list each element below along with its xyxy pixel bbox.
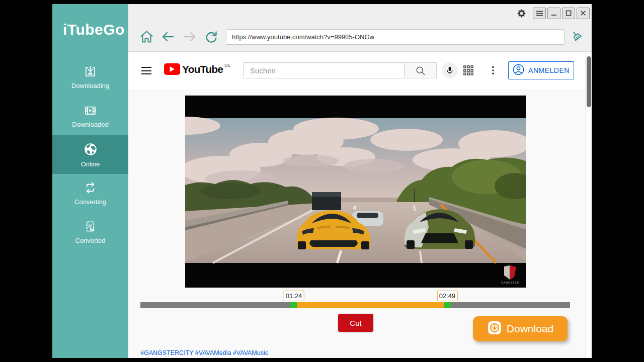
sidebar-item-online[interactable]: Online: [52, 135, 128, 174]
scrollbar-track[interactable]: [585, 52, 592, 358]
forward-icon[interactable]: [183, 30, 197, 44]
app-logo: iTubeGo: [63, 21, 125, 38]
signin-button[interactable]: ANMELDEN: [508, 61, 574, 79]
sidebar-item-converted[interactable]: Converted: [52, 213, 128, 251]
download-icon: [487, 320, 502, 337]
page-content: YouTube DE: [128, 52, 592, 358]
download-tray-icon: [84, 65, 97, 78]
trim-end-time: 02:49: [437, 291, 458, 301]
app-window: iTubeGo Downloading: [52, 4, 592, 358]
search-box: [244, 62, 437, 78]
main-panel: YouTube DE: [128, 4, 592, 358]
close-button[interactable]: [577, 8, 590, 19]
apps-grid-icon[interactable]: [463, 65, 474, 76]
titlebar: [128, 4, 592, 22]
settings-gear-icon[interactable]: [517, 9, 526, 18]
sidebar-item-label: Downloaded: [72, 121, 108, 128]
download-label: Download: [507, 323, 553, 335]
trim-timeline[interactable]: [140, 302, 570, 308]
trim-end-handle[interactable]: [444, 302, 451, 308]
sidebar: iTubeGo Downloading: [52, 4, 128, 358]
sidebar-item-converting[interactable]: Converting: [52, 174, 128, 213]
sidebar-item-downloading[interactable]: Downloading: [52, 58, 128, 97]
youtube-play-icon: [164, 63, 180, 75]
svg-text:GANGSTER: GANGSTER: [501, 281, 519, 284]
sidebar-item-label: Downloading: [71, 82, 109, 89]
menu-hamburger-icon[interactable]: [141, 67, 151, 74]
sidebar-nav: Downloading Downloaded: [52, 58, 128, 251]
window-menu-button[interactable]: [533, 8, 546, 19]
video-scene: GANGSTER: [185, 96, 526, 288]
cut-button[interactable]: Cut: [338, 314, 373, 332]
url-input[interactable]: [226, 29, 565, 45]
back-icon[interactable]: [161, 30, 175, 44]
globe-icon: [83, 142, 98, 157]
more-options-kebab-icon[interactable]: [488, 65, 499, 76]
film-icon: [84, 104, 97, 117]
browser-toolbar: [128, 22, 592, 52]
video-frame[interactable]: GANGSTER: [185, 96, 526, 288]
refresh-icon[interactable]: [204, 30, 218, 44]
person-icon: [513, 64, 524, 77]
voice-search-button[interactable]: [442, 62, 458, 78]
search-input[interactable]: [244, 62, 405, 78]
youtube-logo[interactable]: YouTube DE: [164, 63, 231, 75]
clear-broom-icon[interactable]: [570, 30, 584, 44]
signin-label: ANMELDEN: [528, 66, 570, 74]
download-button[interactable]: Download: [473, 316, 568, 341]
sidebar-item-label: Converted: [75, 237, 106, 244]
video-hashtags[interactable]: #GANGSTERCITY #VAVAMedia #VAVAMusic: [140, 349, 268, 356]
search-button[interactable]: [405, 62, 437, 78]
trim-selected-range[interactable]: [293, 302, 450, 308]
youtube-region-badge: DE: [224, 63, 231, 68]
maximize-button[interactable]: [562, 8, 575, 19]
sidebar-item-label: Online: [81, 160, 100, 168]
sidebar-item-label: Converting: [74, 198, 106, 206]
scrollbar-thumb[interactable]: [587, 56, 591, 107]
document-icon: [84, 220, 97, 233]
convert-loop-icon: [84, 181, 97, 195]
home-icon[interactable]: [140, 30, 153, 44]
trim-start-handle[interactable]: [290, 302, 297, 308]
sidebar-item-downloaded[interactable]: Downloaded: [52, 97, 128, 135]
youtube-wordmark: YouTube: [182, 63, 223, 75]
minimize-button[interactable]: [547, 8, 560, 19]
trim-start-time: 01:24: [284, 291, 304, 301]
